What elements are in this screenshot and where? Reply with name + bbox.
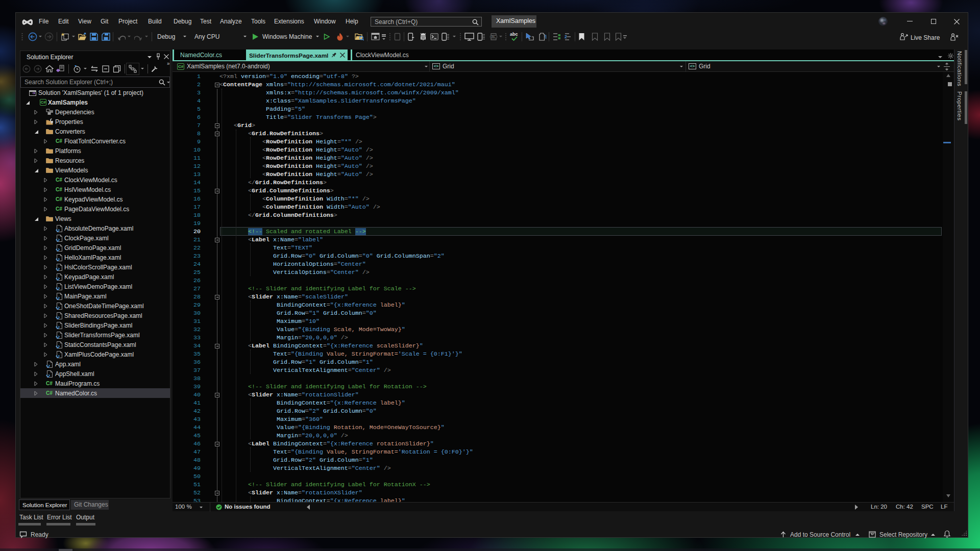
svg-text:IPA: IPA [491, 36, 495, 38]
svg-text:2: 2 [565, 34, 567, 39]
